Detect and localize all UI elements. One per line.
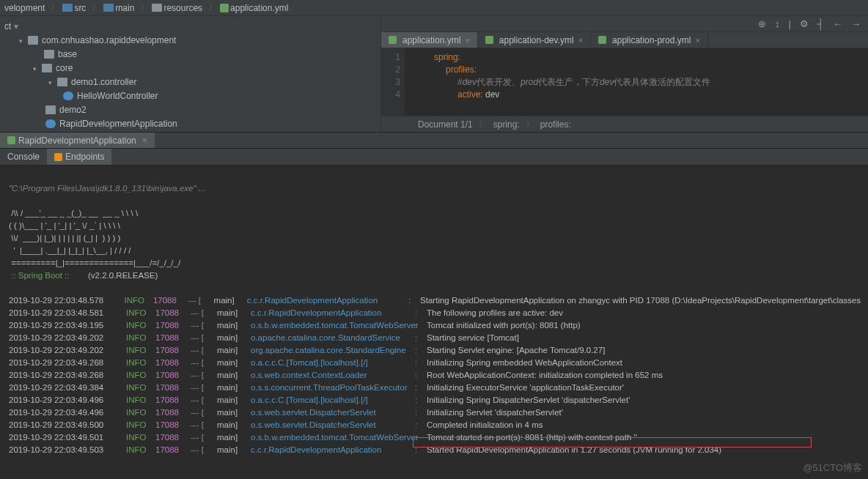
package-icon (28, 36, 38, 45)
tree-item[interactable]: HelloWorldController (77, 91, 158, 101)
cmd-line: "C:\Program Files\Java\jdk1.8.0_131\bin\… (9, 184, 205, 193)
ct-label: ct (4, 21, 11, 31)
tab-application-prod-yml[interactable]: application-prod.yml× (591, 32, 708, 48)
forward-icon[interactable]: → (851, 18, 861, 29)
tab-endpoints[interactable]: Endpoints (47, 149, 111, 165)
bc-item[interactable]: application.yml (220, 3, 290, 13)
log-line: 2019-10-29 22:03:49.195INFO17088--- [mai… (9, 319, 861, 332)
run-tab[interactable]: RapidDevelopmentApplication× (0, 133, 155, 148)
folder-icon (103, 4, 114, 12)
editor-tabs: application.yml× application-dev.yml× ap… (381, 32, 868, 48)
line-gutter: 1234 (381, 48, 405, 116)
editor-toolbar: ⊕ ↕ | ⚙ ┤ ← → (381, 16, 868, 32)
bc-item[interactable]: velopment (4, 3, 46, 13)
console-tabs: Console Endpoints (0, 149, 868, 166)
log-line: 2019-10-29 22:03:48.581INFO17088--- [mai… (9, 307, 861, 319)
editor-area: ⊕ ↕ | ⚙ ┤ ← → application.yml× applicati… (381, 16, 868, 132)
tree-item[interactable]: RapidDevelopmentApplication (59, 119, 177, 129)
log-line: 2019-10-29 22:03:49.268INFO17088--- [mai… (9, 357, 861, 369)
watermark: @51CTO博客 (803, 461, 862, 475)
run-tab-bar: RapidDevelopmentApplication× (0, 132, 868, 149)
ascii-art: /\\ / ___'_ __ _ _(_)_ __ __ _ \ \ \ \ (9, 209, 138, 218)
bc-item[interactable]: main (103, 3, 136, 13)
class-icon (45, 119, 56, 128)
close-icon[interactable]: × (578, 36, 583, 45)
yml-icon (220, 4, 229, 12)
console-output[interactable]: "C:\Program Files\Java\jdk1.8.0_131\bin\… (0, 166, 868, 477)
yml-icon (598, 36, 606, 44)
yml-icon (485, 36, 493, 44)
log-line: 2019-10-29 22:03:48.578INFO17088--- [mai… (9, 294, 861, 307)
endpoints-icon (54, 153, 62, 161)
close-icon[interactable]: × (465, 36, 469, 45)
tab-console[interactable]: Console (0, 149, 47, 165)
tab-application-dev-yml[interactable]: application-dev.yml× (478, 32, 591, 48)
tree-item[interactable]: base (58, 49, 77, 59)
tree-item[interactable]: demo2 (59, 105, 87, 115)
close-icon[interactable]: × (142, 135, 147, 146)
yml-icon (389, 36, 397, 44)
back-icon[interactable]: ← (833, 18, 842, 29)
log-line: 2019-10-29 22:03:49.268INFO17088--- [mai… (9, 369, 861, 382)
dock-icon[interactable]: ┤ (817, 18, 824, 29)
tab-application-yml[interactable]: application.yml× (381, 32, 478, 48)
tree-item[interactable]: core (56, 63, 73, 73)
folder-icon (152, 4, 162, 12)
focus-icon[interactable]: ⊕ (758, 18, 766, 29)
gear-icon[interactable]: ⚙ (800, 18, 809, 29)
code-editor[interactable]: 1234 spring: profiles: #dev代表开发、prod代表生产… (381, 48, 868, 116)
expand-icon[interactable]: ↕ (775, 18, 780, 29)
bc-item[interactable]: src (62, 3, 87, 13)
package-icon (42, 64, 52, 73)
package-icon (44, 50, 54, 59)
spring-icon (7, 136, 15, 144)
code-breadcrumb: Document 1/1〉 spring:〉 profiles: (381, 116, 868, 132)
log-line: 2019-10-29 22:03:49.202INFO17088--- [mai… (9, 332, 861, 344)
sb-label: :: Spring Boot :: (9, 271, 72, 280)
chevron-down-icon[interactable]: ▾ (19, 37, 25, 43)
log-line: 2019-10-29 22:03:49.496INFO17088--- [mai… (9, 394, 861, 406)
package-icon (45, 105, 56, 114)
sep-icon: | (788, 18, 790, 29)
folder-icon (62, 4, 73, 12)
class-icon (63, 92, 73, 100)
chevron-down-icon[interactable]: ▾ (33, 65, 39, 71)
tree-item[interactable]: demo1.controller (71, 77, 136, 87)
project-tree[interactable]: ct▾ ▾com.cnhuashao.rapiddevelopment base… (0, 16, 381, 132)
tree-item[interactable]: com.cnhuashao.rapiddevelopment (42, 35, 176, 45)
close-icon[interactable]: × (695, 36, 699, 45)
chevron-down-icon[interactable]: ▾ (48, 79, 54, 85)
code-lines[interactable]: spring: profiles: #dev代表开发、prod代表生产，下方de… (405, 48, 710, 116)
log-line: 2019-10-29 22:03:49.496INFO17088--- [mai… (9, 406, 861, 419)
breadcrumb: velopment〉 src〉 main〉 resources〉 applica… (0, 0, 868, 16)
log-line: 2019-10-29 22:03:49.202INFO17088--- [mai… (9, 344, 861, 357)
package-icon (57, 78, 67, 86)
log-line: 2019-10-29 22:03:49.384INFO17088--- [mai… (9, 382, 861, 394)
highlight-box (413, 437, 812, 448)
log-line: 2019-10-29 22:03:49.500INFO17088--- [mai… (9, 419, 861, 431)
bc-item[interactable]: resources (152, 3, 204, 13)
